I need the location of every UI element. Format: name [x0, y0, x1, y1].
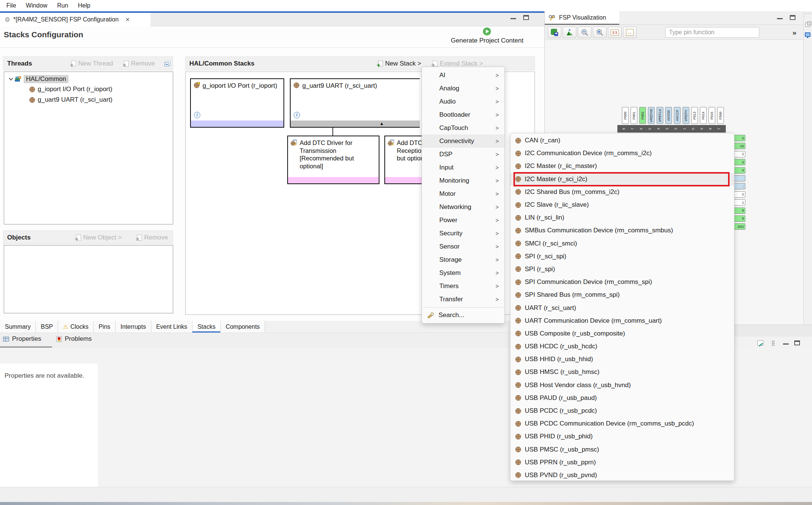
tab-properties[interactable]: Properties: [3, 335, 41, 343]
remove-thread-button[interactable]: Remove: [124, 60, 155, 67]
context-menu-item[interactable]: AI >: [422, 69, 504, 82]
context-menu-item[interactable]: Audio >: [422, 95, 504, 108]
tab-fsp-configuration[interactable]: ⚙ *[RA4M2_SENSOR] FSP Configuration ✕: [0, 13, 151, 26]
info-icon[interactable]: i: [294, 112, 300, 118]
submenu-item[interactable]: USB PCDC Communication Device (rm_comms_…: [510, 417, 734, 430]
info-icon[interactable]: i: [194, 112, 200, 118]
objects-list[interactable]: [4, 245, 173, 313]
menubar-item[interactable]: Run: [52, 2, 73, 9]
tab-fsp-visualization[interactable]: FSP Visualization: [545, 11, 619, 25]
submenu-item[interactable]: I2C Communication Device (rm_comms_i2c): [510, 147, 734, 160]
submenu-item[interactable]: USB PAUD (r_usb_paud): [510, 392, 734, 404]
context-menu-item[interactable]: DSP >: [422, 148, 504, 161]
submenu-item[interactable]: I2C Shared Bus (rm_comms_i2c): [510, 186, 734, 198]
minimize-icon[interactable]: [783, 343, 789, 345]
tab-problems[interactable]: Problems: [56, 335, 92, 343]
pin-function-search-input[interactable]: [665, 27, 759, 38]
configuration-tab[interactable]: ⚠ Stacks: [192, 321, 221, 333]
context-menu-item[interactable]: Connectivity >: [422, 134, 504, 148]
context-menu-item[interactable]: Storage >: [422, 253, 504, 266]
tree-item-module[interactable]: g_ioport I/O Port (r_ioport): [29, 85, 112, 93]
minimize-icon[interactable]: [510, 18, 516, 19]
submenu-item[interactable]: SMBus Communication Device (rm_comms_smb…: [510, 224, 734, 237]
stack-card-ioport[interactable]: g_ioport I/O Port (r_ioport) i: [190, 78, 284, 128]
submenu-item[interactable]: SMCI (r_sci_smci): [510, 237, 734, 250]
submenu-item[interactable]: USB PPRN (r_usb_pprn): [510, 456, 734, 469]
configuration-tab[interactable]: ⚠ Summary: [0, 321, 36, 333]
tree-item-module[interactable]: g_uart9 UART (r_sci_uart): [29, 96, 113, 104]
restore-view-icon[interactable]: [805, 23, 810, 27]
maximize-icon[interactable]: [523, 15, 529, 20]
context-menu-item[interactable]: Power >: [422, 214, 504, 227]
submenu-item[interactable]: I2C Master (r_iic_master): [510, 160, 734, 172]
submenu-item[interactable]: CAN (r_can): [510, 134, 734, 147]
submenu-item[interactable]: USB HCDC (r_usb_hcdc): [510, 340, 734, 353]
configuration-tab[interactable]: ⚠ Pins: [94, 321, 116, 333]
submenu-item[interactable]: I2C Master (r_sci_i2c): [510, 173, 734, 186]
console-view-icon[interactable]: [805, 32, 810, 37]
fit-width-button[interactable]: ↔: [623, 27, 637, 38]
context-menu-item[interactable]: Transfer >: [422, 293, 504, 306]
submenu-item[interactable]: USB Host Vendor class (r_usb_hvnd): [510, 379, 734, 392]
context-menu-item[interactable]: Security >: [422, 227, 504, 240]
submenu-item[interactable]: USB HMSC (r_usb_hmsc): [510, 366, 734, 378]
card-expand-bar[interactable]: ▲: [291, 121, 420, 127]
maximize-icon[interactable]: [794, 340, 800, 345]
stack-card-uart[interactable]: g_uart9 UART (r_sci_uart) i ▲: [290, 78, 420, 128]
zoom-fit-button[interactable]: [563, 27, 576, 38]
submenu-item[interactable]: I2C Slave (r_iic_slave): [510, 198, 734, 211]
submenu-item[interactable]: USB PMSC (r_usb_pmsc): [510, 443, 734, 456]
submenu-item[interactable]: USB Composite (r_usb_composite): [510, 327, 734, 340]
minimize-icon[interactable]: [777, 18, 783, 19]
context-menu-item[interactable]: Bootloader >: [422, 108, 504, 121]
zoom-100-button[interactable]: 1:1: [608, 27, 622, 38]
submenu-item[interactable]: LIN (r_sci_lin): [510, 211, 734, 224]
extend-stack-button[interactable]: Extend Stack >: [433, 60, 483, 67]
context-menu-item[interactable]: Motor >: [422, 187, 504, 200]
submenu-item[interactable]: UART Communication Device (rm_comms_uart…: [510, 314, 734, 327]
generate-project-content-button[interactable]: Generate Project Content: [444, 37, 530, 44]
context-menu-item[interactable]: Networking >: [422, 200, 504, 214]
submenu-item[interactable]: SPI Shared Bus (rm_comms_spi): [510, 288, 734, 301]
context-menu-item[interactable]: CapTouch >: [422, 121, 504, 134]
context-menu-item[interactable]: Timers >: [422, 279, 504, 293]
submenu-item[interactable]: USB HHID (r_usb_hhid): [510, 353, 734, 366]
generate-play-icon[interactable]: [483, 27, 491, 36]
submenu-item[interactable]: USB PCDC (r_usb_pcdc): [510, 404, 734, 417]
submenu-item[interactable]: UART (r_sci_uart): [510, 301, 734, 314]
chevron-down-icon[interactable]: [9, 76, 13, 80]
menubar-item[interactable]: Help: [73, 2, 95, 9]
expand-triangle-icon[interactable]: ▲: [379, 121, 384, 127]
menubar-item[interactable]: Window: [21, 2, 52, 9]
configuration-tab[interactable]: ⚠ Event Links: [151, 321, 193, 333]
configuration-tab[interactable]: ⚠ Components: [221, 321, 265, 333]
configuration-tab[interactable]: ⚠ Interrupts: [116, 321, 151, 333]
context-menu-item[interactable]: Sensor >: [422, 240, 504, 253]
toolbar-overflow-chevrons[interactable]: »: [792, 29, 797, 37]
new-stack-button[interactable]: New Stack >: [378, 60, 421, 67]
maximize-icon[interactable]: [790, 15, 795, 20]
configuration-tab[interactable]: ⚠ BSP: [36, 321, 58, 333]
submenu-item[interactable]: SPI (r_spi): [510, 263, 734, 276]
context-menu-item-search[interactable]: Search...: [422, 309, 504, 321]
menubar-item[interactable]: File: [2, 2, 21, 9]
save-image-button[interactable]: [548, 27, 561, 38]
submenu-item[interactable]: SPI Communication Device (rm_comms_spi): [510, 276, 734, 288]
remove-object-button[interactable]: Remove: [137, 234, 168, 241]
new-object-button[interactable]: New Object >: [76, 234, 122, 241]
zoom-in-button[interactable]: [593, 27, 606, 38]
collapse-all-icon[interactable]: [165, 61, 171, 66]
context-menu-item[interactable]: Input >: [422, 161, 504, 174]
close-icon[interactable]: ✕: [125, 17, 130, 23]
context-menu-item[interactable]: Analog >: [422, 82, 504, 95]
new-thread-button[interactable]: New Thread: [71, 60, 113, 67]
configuration-tab[interactable]: ⚠ Clocks: [58, 321, 93, 333]
submenu-item[interactable]: USB PHID (r_usb_phid): [510, 430, 734, 443]
submenu-item[interactable]: USB PVND (r_usb_pvnd): [510, 469, 734, 482]
zoom-out-button[interactable]: [578, 27, 591, 38]
tree-item-hal-common[interactable]: HAL/Common: [9, 75, 69, 83]
context-menu-item[interactable]: Monitoring >: [422, 174, 504, 187]
drag-handle-icon[interactable]: [772, 340, 775, 346]
submenu-item[interactable]: SPI (r_sci_spi): [510, 250, 734, 263]
edit-view-icon[interactable]: [757, 340, 763, 346]
